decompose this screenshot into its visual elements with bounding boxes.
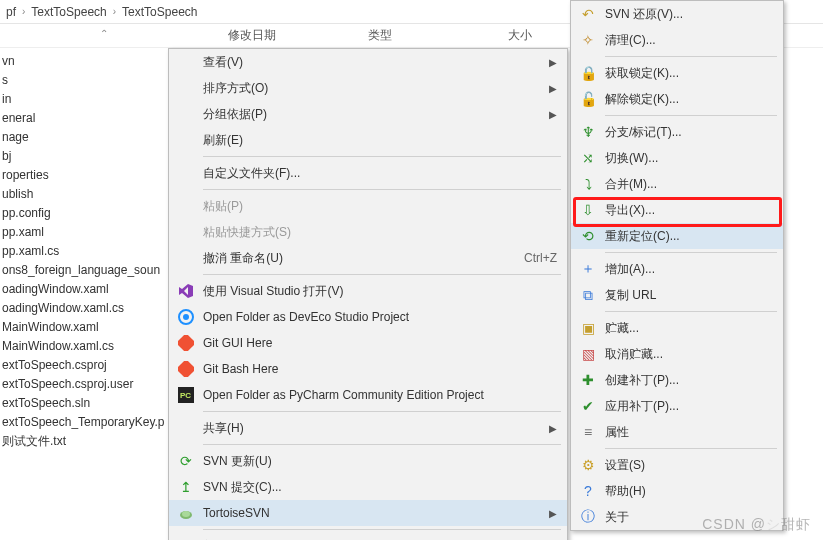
list-item[interactable]: nage <box>2 128 175 147</box>
plus-icon: ＋ <box>577 258 599 280</box>
menu-add[interactable]: ＋增加(A)... <box>571 256 783 282</box>
list-item[interactable]: 则试文件.txt <box>2 432 175 451</box>
menu-branch[interactable]: ♆分支/标记(T)... <box>571 119 783 145</box>
menu-tortoisesvn[interactable]: TortoiseSVN▶ <box>169 500 567 526</box>
separator <box>203 274 561 275</box>
separator <box>605 448 777 449</box>
separator <box>605 115 777 116</box>
list-item[interactable]: roperties <box>2 166 175 185</box>
shelve-icon: ▣ <box>577 317 599 339</box>
sort-indicator-icon: ⌃ <box>100 28 108 39</box>
menu-svn-update[interactable]: ⟳SVN 更新(U) <box>169 448 567 474</box>
list-item[interactable]: s <box>2 71 175 90</box>
menu-clean[interactable]: ✧清理(C)... <box>571 27 783 53</box>
switch-icon: ⤭ <box>577 147 599 169</box>
col-type[interactable]: 类型 <box>368 27 428 44</box>
relocate-icon: ⟲ <box>577 225 599 247</box>
separator <box>605 56 777 57</box>
revert-icon: ↶ <box>577 3 599 25</box>
list-item[interactable]: extToSpeech.csproj <box>2 356 175 375</box>
menu-relocate[interactable]: ⟲重新定位(C)... <box>571 223 783 249</box>
svg-point-1 <box>183 314 189 320</box>
separator <box>605 252 777 253</box>
separator <box>605 311 777 312</box>
patch-icon: ✚ <box>577 369 599 391</box>
list-item[interactable]: pp.xaml.cs <box>2 242 175 261</box>
menu-customize-folder[interactable]: 自定义文件夹(F)... <box>169 160 567 186</box>
menu-svn-properties[interactable]: ≡属性 <box>571 419 783 445</box>
menu-refresh[interactable]: 刷新(E) <box>169 127 567 153</box>
chevron-right-icon: ▶ <box>549 57 557 68</box>
svn-commit-icon: ↥ <box>175 476 197 498</box>
separator <box>203 189 561 190</box>
menu-svn-commit[interactable]: ↥SVN 提交(C)... <box>169 474 567 500</box>
menu-shelve[interactable]: ▣贮藏... <box>571 315 783 341</box>
menu-svn-revert[interactable]: ↶SVN 还原(V)... <box>571 1 783 27</box>
copy-icon: ⧉ <box>577 284 599 306</box>
menu-sort[interactable]: 排序方式(O)▶ <box>169 75 567 101</box>
git-icon <box>175 332 197 354</box>
menu-settings[interactable]: ⚙设置(S) <box>571 452 783 478</box>
col-date[interactable]: 修改日期 <box>228 27 288 44</box>
menu-open-deveco[interactable]: Open Folder as DevEco Studio Project <box>169 304 567 330</box>
list-item[interactable]: ublish <box>2 185 175 204</box>
breadcrumb-seg[interactable]: pf <box>6 5 16 19</box>
menu-copy-url[interactable]: ⧉复制 URL <box>571 282 783 308</box>
menu-create-patch[interactable]: ✚创建补丁(P)... <box>571 367 783 393</box>
git-icon <box>175 358 197 380</box>
breadcrumb-seg[interactable]: TextToSpeech <box>122 5 197 19</box>
menu-open-pycharm[interactable]: PCOpen Folder as PyCharm Community Editi… <box>169 382 567 408</box>
list-item[interactable]: extToSpeech.csproj.user <box>2 375 175 394</box>
list-item[interactable]: eneral <box>2 109 175 128</box>
file-list[interactable]: vn s in eneral nage bj roperties ublish … <box>0 52 175 451</box>
list-item[interactable]: MainWindow.xaml <box>2 318 175 337</box>
list-item[interactable]: in <box>2 90 175 109</box>
tortoisesvn-icon <box>175 502 197 524</box>
chevron-right-icon: ▶ <box>549 83 557 94</box>
menu-merge[interactable]: ⤵合并(M)... <box>571 171 783 197</box>
breadcrumb-seg[interactable]: TextToSpeech <box>31 5 106 19</box>
list-item[interactable]: extToSpeech_TemporaryKey.p <box>2 413 175 432</box>
menu-git-gui[interactable]: Git GUI Here <box>169 330 567 356</box>
gear-icon: ⚙ <box>577 454 599 476</box>
separator <box>203 444 561 445</box>
lock-icon: 🔒 <box>577 62 599 84</box>
list-item[interactable]: pp.config <box>2 204 175 223</box>
info-icon: ⓘ <box>577 506 599 528</box>
menu-switch[interactable]: ⤭切换(W)... <box>571 145 783 171</box>
visual-studio-icon <box>175 280 197 302</box>
menu-apply-patch[interactable]: ✔应用补丁(P)... <box>571 393 783 419</box>
menu-export[interactable]: ⇩导出(X)... <box>571 197 783 223</box>
watermark: CSDN @シ甜虾 <box>702 516 811 534</box>
list-item[interactable]: oadingWindow.xaml.cs <box>2 299 175 318</box>
separator <box>203 529 561 530</box>
list-item[interactable]: oadingWindow.xaml <box>2 280 175 299</box>
list-item[interactable]: MainWindow.xaml.cs <box>2 337 175 356</box>
menu-group[interactable]: 分组依据(P)▶ <box>169 101 567 127</box>
menu-git-bash[interactable]: Git Bash Here <box>169 356 567 382</box>
menu-open-vs[interactable]: 使用 Visual Studio 打开(V) <box>169 278 567 304</box>
menu-view[interactable]: 查看(V)▶ <box>169 49 567 75</box>
menu-paste-shortcut: 粘贴快捷方式(S) <box>169 219 567 245</box>
list-item[interactable]: bj <box>2 147 175 166</box>
broom-icon: ✧ <box>577 29 599 51</box>
pycharm-icon: PC <box>175 384 197 406</box>
unlock-icon: 🔓 <box>577 88 599 110</box>
menu-release-lock[interactable]: 🔓解除锁定(K)... <box>571 86 783 112</box>
properties-icon: ≡ <box>577 421 599 443</box>
col-size[interactable]: 大小 <box>508 27 568 44</box>
chevron-right-icon: › <box>113 6 116 17</box>
menu-share[interactable]: 共享(H)▶ <box>169 415 567 441</box>
separator <box>203 156 561 157</box>
list-item[interactable]: extToSpeech.sln <box>2 394 175 413</box>
list-item[interactable]: pp.xaml <box>2 223 175 242</box>
menu-unshelve[interactable]: ▧取消贮藏... <box>571 341 783 367</box>
menu-help[interactable]: ?帮助(H) <box>571 478 783 504</box>
list-item[interactable]: ons8_foreign_language_soun <box>2 261 175 280</box>
deveco-icon <box>175 306 197 328</box>
menu-new[interactable]: 新建(W)▶ <box>169 533 567 540</box>
menu-undo[interactable]: 撤消 重命名(U)Ctrl+Z <box>169 245 567 271</box>
separator <box>203 411 561 412</box>
menu-get-lock[interactable]: 🔒获取锁定(K)... <box>571 60 783 86</box>
list-item[interactable]: vn <box>2 52 175 71</box>
